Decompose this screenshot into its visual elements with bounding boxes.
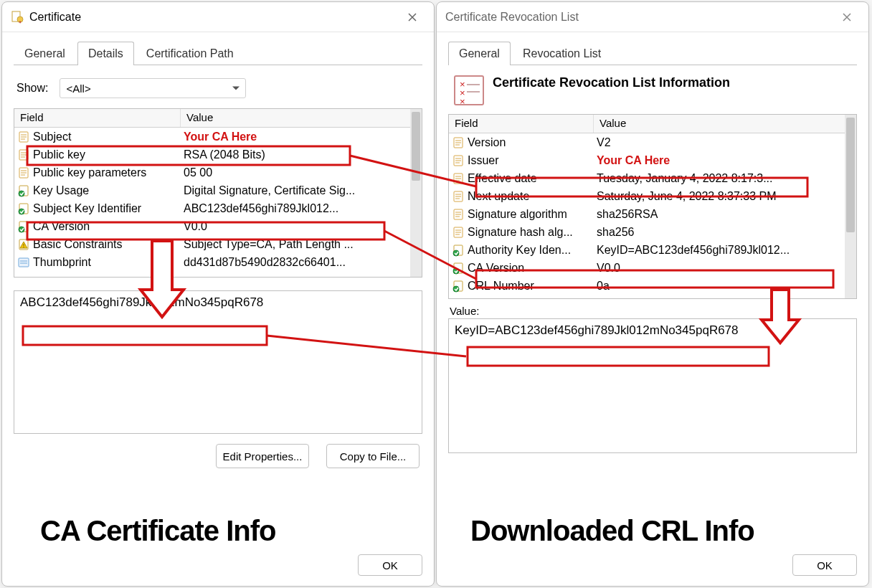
scroll-thumb[interactable] <box>412 112 420 181</box>
value-text: Your CA Here <box>181 131 410 143</box>
list-item[interactable]: IssuerYour CA Here <box>449 151 845 169</box>
field-text: Public key <box>33 148 85 161</box>
ok-button[interactable]: OK <box>792 554 857 576</box>
list-item[interactable]: Signature hash alg...sha256 <box>449 223 845 241</box>
list-item[interactable]: SubjectYour CA Here <box>14 128 410 146</box>
doc-icon <box>452 190 465 203</box>
field-text: CA Version <box>33 220 90 233</box>
ext-icon <box>452 280 465 293</box>
col-field[interactable]: Field <box>449 115 594 133</box>
field-text: Effective date <box>468 172 537 185</box>
value-box[interactable]: KeyID=ABC123def456ghi789Jkl012mNo345pqR6… <box>448 318 857 453</box>
value-text: ABC123def456ghi789Jkl012mNo345pqR678 <box>20 295 263 309</box>
ext-icon <box>17 184 30 197</box>
doc-icon <box>452 226 465 239</box>
value-box[interactable]: ABC123def456ghi789Jkl012mNo345pqR678 <box>14 290 422 434</box>
show-label: Show: <box>16 82 48 95</box>
list-item[interactable]: Key UsageDigital Signature, Certificate … <box>14 181 410 199</box>
copy-to-file-button[interactable]: Copy to File... <box>326 444 420 468</box>
tab-details[interactable]: Details <box>77 42 134 65</box>
right-caption: Downloaded CRL Info <box>470 515 754 547</box>
value-text: KeyID=ABC123def456ghi789Jkl012mNo345pqR6… <box>455 323 739 337</box>
scroll-thumb[interactable] <box>846 118 855 232</box>
svg-rect-23 <box>19 258 29 267</box>
field-text: Authority Key Iden... <box>468 244 571 257</box>
general-panel: Certificate Revocation List Information … <box>448 65 857 453</box>
ok-row: OK <box>792 554 857 576</box>
list-item[interactable]: Subject Key IdentifierABC123def456ghi789… <box>14 199 410 217</box>
list-item[interactable]: Thumbprintdd431d87b5490d2832c66401... <box>14 253 410 271</box>
field-text: Version <box>468 136 506 149</box>
value-text: ABC123def456ghi789Jkl012... <box>181 202 410 215</box>
doc-icon <box>17 131 30 143</box>
value-text: 0a <box>594 280 845 293</box>
value-text: RSA (2048 Bits) <box>181 148 410 161</box>
titlebar: Certificate Revocation List <box>437 2 868 32</box>
info-header: Certificate Revocation List Information <box>448 75 857 114</box>
field-text: Issuer <box>468 154 499 167</box>
field-text: Public key parameters <box>33 166 146 179</box>
ok-button[interactable]: OK <box>358 554 422 576</box>
list-header: Field Value <box>14 109 422 128</box>
value-text: V0.0 <box>594 262 845 275</box>
scrollbar[interactable] <box>410 109 422 277</box>
tab-certpath[interactable]: Certification Path <box>136 42 245 65</box>
doc-icon <box>452 136 465 149</box>
show-combo[interactable]: <All> <box>60 78 246 98</box>
value-text: V0.0 <box>181 220 410 233</box>
close-button[interactable] <box>833 7 861 27</box>
tabs: General Details Certification Path <box>2 32 434 65</box>
list-item[interactable]: Public key parameters05 00 <box>14 163 410 181</box>
value-label: Value: <box>450 305 856 317</box>
value-text: sha256RSA <box>594 208 845 221</box>
info-heading: Certificate Revocation List Information <box>493 75 730 90</box>
list-item[interactable]: VersionV2 <box>449 133 845 151</box>
svg-point-22 <box>23 246 24 247</box>
scrollbar[interactable] <box>845 115 856 298</box>
list-item[interactable]: Basic ConstraintsSubject Type=CA, Path L… <box>14 235 410 253</box>
tab-general[interactable]: General <box>448 42 511 65</box>
doc-icon <box>17 148 30 161</box>
field-text: CA Version <box>468 262 524 275</box>
list-item[interactable]: CRL Number0a <box>449 277 845 295</box>
field-text: Subject Key Identifier <box>33 202 141 215</box>
field-text: CRL Number <box>468 280 534 293</box>
list-item[interactable]: Effective dateTuesday, January 4, 2022 8… <box>449 169 845 187</box>
details-panel: Show: <All> Field Value SubjectYour CA H… <box>14 65 422 468</box>
col-field[interactable]: Field <box>14 109 181 127</box>
doc-icon <box>17 166 30 179</box>
field-list: Field Value VersionV2IssuerYour CA HereE… <box>448 114 857 299</box>
list-item[interactable]: Signature algorithmsha256RSA <box>449 205 845 223</box>
list-item[interactable]: CA VersionV0.0 <box>449 259 845 277</box>
edit-properties-button[interactable]: Edit Properties... <box>216 444 309 468</box>
tabs: General Revocation List <box>437 32 868 65</box>
value-text: dd431d87b5490d2832c66401... <box>181 256 410 269</box>
ext-icon <box>17 220 30 233</box>
list-item[interactable]: Public keyRSA (2048 Bits) <box>14 146 410 163</box>
list-header: Field Value <box>449 115 856 133</box>
value-text: 05 00 <box>181 166 410 179</box>
button-row: Edit Properties... Copy to File... <box>14 434 422 468</box>
col-value[interactable]: Value <box>181 109 422 127</box>
value-text: V2 <box>594 136 845 149</box>
titlebar: Certificate <box>2 2 434 32</box>
value-text: Subject Type=CA, Path Length ... <box>181 238 410 251</box>
field-text: Key Usage <box>33 184 89 197</box>
close-icon <box>407 12 417 22</box>
thumb-icon <box>17 256 30 269</box>
value-text: Tuesday, January 4, 2022 8:17:3... <box>594 172 845 185</box>
field-list: Field Value SubjectYour CA HerePublic ke… <box>14 108 422 278</box>
tab-revocation[interactable]: Revocation List <box>512 42 612 65</box>
list-item[interactable]: Next updateSaturday, June 4, 2022 8:37:3… <box>449 187 845 205</box>
col-value[interactable]: Value <box>594 115 856 133</box>
close-button[interactable] <box>398 7 427 27</box>
list-item[interactable]: Authority Key Iden...KeyID=ABC123def456g… <box>449 241 845 259</box>
tab-general[interactable]: General <box>14 42 76 65</box>
field-text: Signature algorithm <box>468 208 567 221</box>
crl-icon <box>454 75 484 105</box>
list-item[interactable]: CA VersionV0.0 <box>14 217 410 235</box>
show-value: <All> <box>66 82 90 95</box>
field-text: Basic Constraints <box>33 238 123 251</box>
ok-row: OK <box>358 554 422 576</box>
doc-icon <box>452 208 465 221</box>
